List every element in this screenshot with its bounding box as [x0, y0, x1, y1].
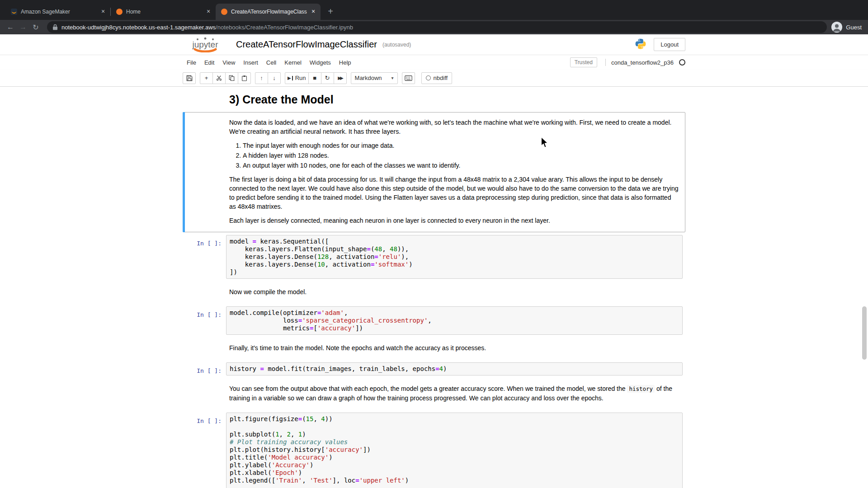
fast-forward-icon: ▶▶	[338, 75, 342, 80]
code-line: plt.xlabel('Epoch')	[230, 469, 679, 477]
list-item: A hidden layer with 128 nodes.	[243, 151, 679, 160]
cut-cell-button[interactable]	[212, 72, 226, 84]
add-cell-button[interactable]: +	[200, 72, 213, 84]
code-line: keras.layers.Dense(128, activation='relu…	[230, 253, 679, 261]
new-tab-button[interactable]: +	[324, 5, 337, 18]
tab-close-icon[interactable]: ×	[205, 8, 212, 15]
code-line: ])	[230, 268, 679, 276]
save-button[interactable]	[183, 72, 196, 84]
code-line: keras.layers.Flatten(input_shape=(48, 48…	[230, 245, 679, 253]
menu-file[interactable]: File	[183, 59, 200, 66]
command-palette-button[interactable]	[402, 72, 415, 84]
cell-prompt	[185, 381, 226, 407]
notebook-title[interactable]: CreateATensorFlowImageClassifier	[236, 39, 377, 50]
code-cell[interactable]: In [ ]:model.compile(optimizer='adam', l…	[183, 304, 685, 338]
code-line: history = model.fit(train_images, train_…	[230, 365, 679, 373]
code-line: keras.layers.Dense(10, activation='softm…	[230, 261, 679, 268]
tab-close-icon[interactable]: ×	[310, 8, 317, 15]
menu-edit[interactable]: Edit	[200, 59, 218, 66]
menu-kernel[interactable]: Kernel	[280, 59, 306, 66]
logout-button[interactable]: Logout	[654, 38, 685, 51]
code-cell[interactable]: In [ ]:history = model.fit(train_images,…	[183, 360, 685, 378]
menu-widgets[interactable]: Widgets	[306, 59, 335, 66]
code-editor[interactable]: model = keras.Sequential([ keras.layers.…	[226, 235, 683, 279]
menu-view[interactable]: View	[218, 59, 239, 66]
code-cell[interactable]: In [ ]:plt.figure(figsize=(15, 4)) plt.s…	[183, 410, 685, 488]
move-cell-up-button[interactable]: ↑	[255, 72, 268, 84]
browser-tab-notebook-active[interactable]: CreateATensorFlowImageClass ×	[216, 4, 321, 20]
nbdiff-button[interactable]: nbdiff	[421, 72, 453, 84]
save-icon	[186, 75, 193, 81]
scrollbar-thumb[interactable]	[862, 306, 867, 360]
notebook-scroll-area[interactable]: 3) Create the ModelNow the data is loade…	[0, 87, 868, 488]
code-line: metrics=['accuracy'])	[230, 324, 679, 332]
tab-close-icon[interactable]: ×	[99, 8, 107, 15]
notebook-container: 3) Create the ModelNow the data is loade…	[183, 87, 685, 488]
autosave-status: (autosaved)	[382, 42, 411, 48]
markdown-render: Finally, it's time to train the model. N…	[226, 340, 683, 357]
jupyter-menubar: File Edit View Insert Cell Kernel Widget…	[0, 55, 868, 70]
code-line: plt.ylabel('Accuracy')	[230, 461, 679, 469]
interrupt-kernel-button[interactable]: ■	[308, 72, 321, 84]
markdown-render: You can see from the output above that w…	[226, 381, 683, 407]
jupyter-favicon	[221, 9, 227, 15]
markdown-cell[interactable]: Now the data is loaded, and we have an i…	[183, 112, 685, 232]
clipboard-icon	[241, 75, 247, 81]
tab-title: Amazon SageMaker	[21, 9, 97, 15]
code-line: plt.subplot(1, 2, 1)	[230, 431, 679, 438]
inline-code: history	[627, 385, 655, 393]
code-line: model = keras.Sequential([	[230, 238, 679, 245]
run-icon: ▶	[288, 75, 291, 80]
code-line: model.compile(optimizer='adam',	[230, 309, 679, 317]
code-editor[interactable]: model.compile(optimizer='adam', loss='sp…	[226, 306, 683, 335]
move-cell-down-button[interactable]: ↓	[268, 72, 281, 84]
browser-tab-home[interactable]: Home ×	[111, 4, 216, 20]
scissors-icon	[216, 75, 222, 81]
tab-title: Home	[126, 9, 202, 15]
jupyter-toolbar: + ↑ ↓ ▶ Run	[0, 70, 868, 87]
restart-run-all-button[interactable]: ▶▶	[334, 72, 347, 84]
tab-title: CreateATensorFlowImageClass	[231, 9, 307, 15]
forward-icon[interactable]: →	[17, 21, 29, 33]
browser-profile[interactable]: Guest	[831, 22, 863, 33]
markdown-cell[interactable]: You can see from the output above that w…	[183, 378, 685, 410]
code-line: plt.legend(['Train', 'Test'], loc='upper…	[230, 477, 679, 484]
code-editor[interactable]: history = model.fit(train_images, train_…	[226, 362, 683, 375]
cell-prompt	[185, 115, 226, 230]
markdown-cell[interactable]: 3) Create the Model	[183, 88, 685, 112]
nbdiff-label: nbdiff	[434, 75, 448, 81]
run-cell-button[interactable]: ▶ Run	[285, 72, 309, 84]
code-editor[interactable]: plt.figure(figsize=(15, 4)) plt.subplot(…	[226, 413, 683, 488]
menu-cell[interactable]: Cell	[262, 59, 280, 66]
copy-cell-button[interactable]	[225, 72, 238, 84]
paragraph: Each layer is densely connected, meaning…	[229, 216, 679, 225]
cell-prompt: In [ ]:	[185, 362, 226, 375]
cell-type-value: Markdown	[355, 75, 382, 81]
cell-type-dropdown[interactable]: Markdown ▾	[351, 72, 398, 84]
paste-cell-button[interactable]	[238, 72, 251, 84]
list-item: An output layer with 10 nodes, one for e…	[243, 161, 679, 170]
cell-prompt: In [ ]:	[185, 413, 226, 488]
reload-icon[interactable]: ↻	[30, 21, 42, 33]
address-bar[interactable]: notebook-udtwigjh8cys.notebook.us-east-1…	[47, 21, 827, 33]
url-path: /notebooks/CreateATensorFlowImageClassif…	[216, 24, 353, 31]
menu-help[interactable]: Help	[335, 59, 355, 66]
code-line	[230, 423, 679, 431]
code-line: plt.title('Model accuracy')	[230, 454, 679, 461]
code-line: plt.plot(history.history['accuracy'])	[230, 446, 679, 454]
jupyter-logo-text: jupyter	[192, 39, 218, 49]
jupyter-logo[interactable]: jupyter	[183, 37, 228, 52]
menu-insert[interactable]: Insert	[239, 59, 262, 66]
back-icon[interactable]: ←	[5, 21, 16, 33]
sagemaker-favicon	[11, 9, 17, 15]
copy-icon	[229, 75, 235, 81]
markdown-cell[interactable]: Finally, it's time to train the model. N…	[183, 338, 685, 360]
trusted-badge[interactable]: Trusted	[570, 57, 597, 67]
paragraph: You can see from the output above that w…	[229, 384, 679, 403]
browser-tab-sagemaker[interactable]: Amazon SageMaker ×	[5, 4, 110, 20]
restart-kernel-button[interactable]: ↻	[321, 72, 334, 84]
code-cell[interactable]: In [ ]:model = keras.Sequential([ keras.…	[183, 232, 685, 282]
cell-prompt	[185, 340, 226, 357]
run-label: Run	[295, 75, 306, 81]
markdown-cell[interactable]: Now we compile the model.	[183, 282, 685, 304]
